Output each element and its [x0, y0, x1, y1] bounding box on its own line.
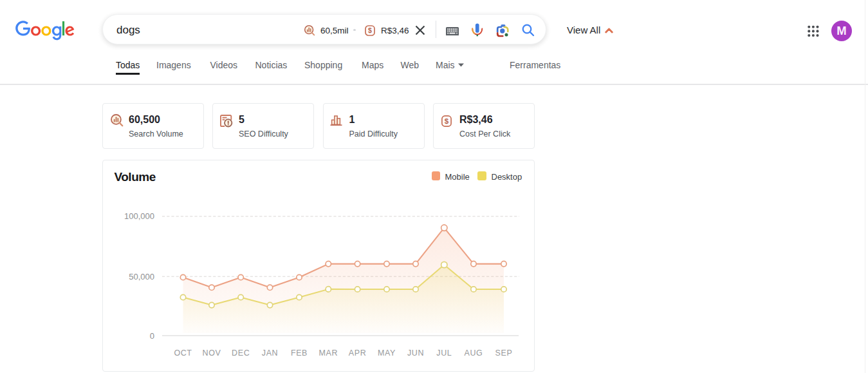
svg-text:$: $	[368, 26, 372, 34]
svg-text:$: $	[445, 117, 449, 125]
